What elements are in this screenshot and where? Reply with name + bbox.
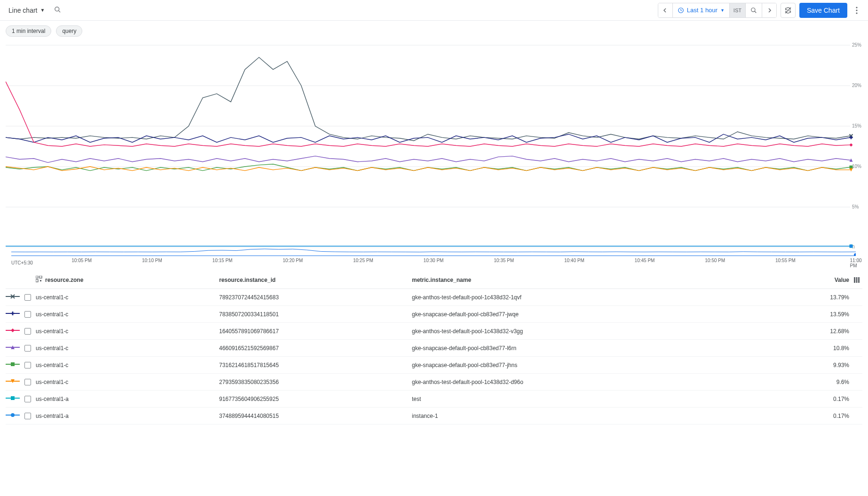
svg-line-4 (755, 11, 757, 13)
x-tick: 10:50 PM (705, 258, 725, 263)
cell-instance-name: gke-snapcase-default-pool-cb83ed77-l6rn (412, 345, 809, 352)
column-zone[interactable]: resource.zone (45, 277, 83, 283)
cell-instance-name: test (412, 396, 809, 402)
time-nav-group: Last 1 hour ▼ IST (658, 3, 777, 18)
cell-zone: us-central1-c (36, 328, 219, 335)
series-checkbox[interactable] (24, 396, 31, 402)
x-tick: 10:15 PM (213, 258, 233, 263)
cell-value: 9.6% (809, 379, 851, 385)
series-checkbox[interactable] (24, 294, 31, 301)
legend-row[interactable]: us-central1-c 1640557891069786617 gke-an… (6, 323, 862, 340)
cell-zone: us-central1-c (36, 379, 219, 385)
cell-value: 10.8% (809, 345, 851, 352)
svg-rect-27 (36, 276, 38, 278)
x-tick: 10:40 PM (564, 258, 584, 263)
interval-chip[interactable]: 1 min interval (6, 25, 51, 37)
timezone-badge[interactable]: IST (730, 3, 746, 17)
svg-text:25%: 25% (852, 42, 861, 48)
chart-type-select[interactable]: Line chart ▼ (6, 5, 47, 16)
cell-instance-id: 7316214618517815645 (219, 362, 412, 368)
series-checkbox[interactable] (24, 362, 31, 368)
series-marker-icon (6, 294, 24, 301)
svg-text:5%: 5% (852, 204, 859, 209)
time-range-label: Last 1 hour (687, 7, 718, 14)
legend-row[interactable]: us-central1-c 7838507200334118501 gke-sn… (6, 306, 862, 323)
svg-text:15%: 15% (852, 123, 861, 128)
x-tick: 10:45 PM (635, 258, 655, 263)
legend-row[interactable]: us-central1-a 3748895944414080515 instan… (6, 408, 862, 424)
save-chart-button[interactable]: Save Chart (799, 3, 847, 18)
cell-value: 0.17% (809, 413, 851, 419)
series-checkbox[interactable] (24, 311, 31, 318)
cell-value: 12.68% (809, 328, 851, 335)
cell-instance-id: 1640557891069786617 (219, 328, 412, 335)
column-instance-name[interactable]: metric.instance_name (412, 277, 809, 283)
svg-rect-31 (854, 277, 855, 283)
x-tick: 10:55 PM (775, 258, 796, 263)
legend-row[interactable]: us-central1-c 7316214618517815645 gke-sn… (6, 357, 862, 374)
columns-settings-icon[interactable] (851, 277, 862, 283)
svg-point-8 (856, 12, 857, 14)
x-tick: 11:00 PM (850, 258, 861, 268)
column-instance-id[interactable]: resource.instance_id (219, 277, 412, 283)
svg-rect-29 (36, 280, 38, 282)
series-marker-icon (6, 395, 24, 402)
series-marker-icon (6, 412, 24, 419)
svg-point-26 (854, 253, 856, 256)
x-tick: 10:10 PM (142, 258, 162, 263)
legend-row[interactable]: us-central1-c 2793593835080235356 gke-an… (6, 374, 862, 391)
cell-zone: us-central1-a (36, 396, 219, 402)
chart-area[interactable]: 05%10%15%20%25% UTC+5:3010:05 PM10:10 PM… (6, 41, 862, 268)
timezone-offset-label: UTC+5:30 (11, 260, 33, 265)
cell-zone: us-central1-c (36, 362, 219, 368)
series-checkbox[interactable] (24, 413, 31, 419)
x-tick: 10:05 PM (71, 258, 92, 263)
series-marker-icon (6, 344, 24, 352)
x-tick: 10:25 PM (353, 258, 373, 263)
svg-rect-28 (39, 276, 42, 278)
cell-zone: us-central1-c (36, 294, 219, 301)
cell-zone: us-central1-c (36, 311, 219, 318)
cell-instance-id: 3748895944414080515 (219, 413, 412, 419)
more-menu-button[interactable] (851, 3, 862, 18)
legend-table: resource.zone resource.instance_id metri… (6, 271, 862, 424)
cell-zone: us-central1-a (36, 413, 219, 419)
line-chart[interactable]: 05%10%15%20%25% (6, 41, 862, 248)
series-checkbox[interactable] (24, 345, 31, 352)
series-marker-icon (6, 328, 24, 335)
overview-chart[interactable] (11, 248, 856, 256)
chart-type-label: Line chart (8, 7, 37, 14)
svg-point-6 (856, 7, 857, 8)
zoom-button[interactable] (746, 3, 762, 17)
x-axis: UTC+5:3010:05 PM10:10 PM10:15 PM10:20 PM… (11, 257, 857, 268)
time-range-select[interactable]: Last 1 hour ▼ (673, 3, 730, 17)
legend-row[interactable]: us-central1-c 4660916521592569867 gke-sn… (6, 340, 862, 357)
x-tick: 10:30 PM (424, 258, 444, 263)
chevron-down-icon: ▼ (40, 8, 45, 13)
svg-rect-33 (858, 277, 860, 283)
time-prev-button[interactable] (658, 3, 673, 17)
auto-refresh-button[interactable] (781, 3, 796, 18)
cell-instance-id: 7838507200334118501 (219, 311, 412, 318)
svg-rect-32 (856, 277, 858, 283)
series-checkbox[interactable] (24, 328, 31, 335)
cell-instance-id: 4660916521592569867 (219, 345, 412, 352)
legend-row[interactable]: us-central1-a 9167735604906255925 test 0… (6, 391, 862, 408)
svg-point-3 (751, 8, 755, 11)
x-tick: 10:35 PM (494, 258, 514, 263)
cell-instance-name: gke-anthos-test-default-pool-1c438d32-d9… (412, 379, 809, 385)
legend-row[interactable]: us-central1-c 7892370724452415683 gke-an… (6, 289, 862, 306)
column-value[interactable]: Value (809, 277, 851, 283)
toolbar: Line chart ▼ Last 1 hour ▼ IST (0, 0, 868, 21)
group-by-icon[interactable] (36, 276, 42, 284)
svg-rect-24 (11, 248, 856, 256)
query-chip[interactable]: query (56, 25, 82, 37)
series-marker-icon (6, 378, 24, 385)
cell-instance-name: gke-snapcase-default-pool-cb83ed77-jwqe (412, 311, 809, 318)
series-checkbox[interactable] (24, 379, 31, 385)
svg-point-0 (55, 7, 59, 11)
svg-point-7 (856, 9, 857, 11)
time-next-button[interactable] (762, 3, 776, 17)
svg-rect-42 (11, 396, 15, 400)
search-icon[interactable] (52, 4, 63, 16)
